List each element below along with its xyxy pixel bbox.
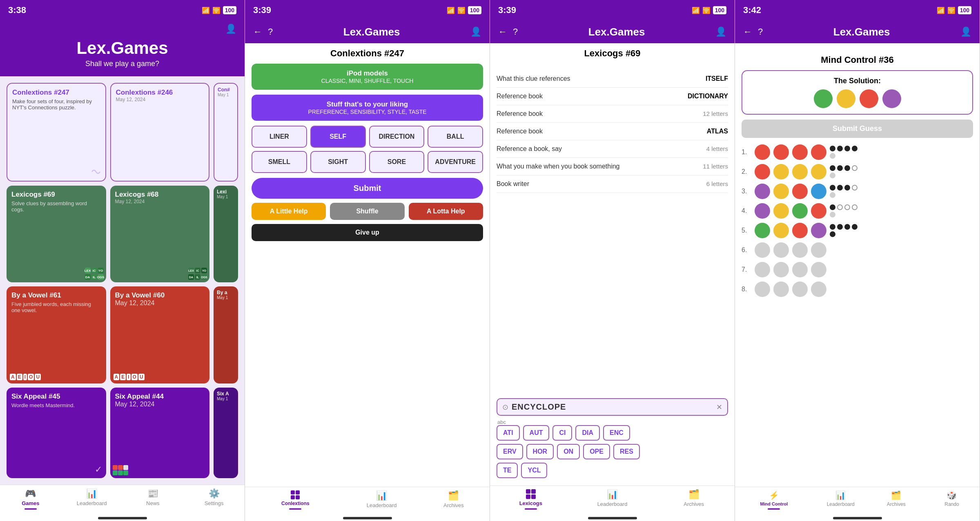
card-lexicogs-69[interactable]: Lexicogs #69 Solve clues by assembling w… [7, 186, 106, 283]
guess-circle-5-3[interactable] [792, 223, 808, 238]
lotta-help-button[interactable]: A Lotta Help [409, 203, 483, 220]
card-lexicogs-side[interactable]: Lexi May 1 [214, 186, 238, 283]
help-icon-3[interactable]: ? [513, 27, 518, 37]
guess-circle-6-4[interactable] [811, 242, 826, 258]
chip-hor[interactable]: HOR [526, 444, 554, 459]
guess-circle-7-1[interactable] [755, 262, 770, 277]
little-help-button[interactable]: A Little Help [252, 203, 326, 220]
delete-icon[interactable]: ✕ [716, 403, 722, 412]
help-icon[interactable]: ? [268, 27, 273, 37]
chip-res[interactable]: RES [613, 444, 640, 459]
chip-erv[interactable]: ERV [497, 444, 523, 459]
chip-te[interactable]: TE [497, 463, 518, 478]
guess-circle-5-4[interactable] [811, 223, 826, 238]
guess-circle-8-2[interactable] [773, 282, 789, 297]
guess-circle-1-1[interactable] [755, 144, 770, 160]
guess-circle-2-2[interactable] [773, 164, 789, 180]
back-icon[interactable]: ← [253, 27, 262, 37]
chip-enc[interactable]: ENC [603, 425, 630, 441]
tab-mind-control[interactable]: ⚡ Mind Control [735, 490, 813, 510]
guess-circle-1-2[interactable] [773, 144, 789, 160]
tab-lexicogs[interactable]: Lexicogs [490, 489, 572, 510]
guess-circle-8-1[interactable] [755, 282, 770, 297]
guess-circle-6-2[interactable] [773, 242, 789, 258]
guess-row-1: 1. [742, 144, 973, 160]
card-vowel-side[interactable]: By a May 1 [214, 286, 238, 384]
guess-circle-1-3[interactable] [792, 144, 808, 160]
back-icon-3[interactable]: ← [498, 27, 507, 37]
profile-icon-2[interactable]: 👤 [470, 27, 481, 37]
tile-smell[interactable]: SMELL [252, 151, 307, 173]
tile-sight[interactable]: SIGHT [310, 151, 366, 173]
guess-circle-4-1[interactable] [755, 203, 770, 219]
give-up-button[interactable]: Give up [252, 224, 483, 241]
tab-games[interactable]: 🎮 Games [0, 488, 61, 510]
guess-circle-2-3[interactable] [792, 164, 808, 180]
chip-aut[interactable]: AUT [523, 425, 550, 441]
purple-category-card[interactable]: Stuff that's to your liking PREFERENCE, … [252, 95, 483, 121]
tile-liner[interactable]: LINER [252, 126, 307, 148]
tile-self[interactable]: SELF [310, 126, 366, 148]
tab-archives-3[interactable]: 🗂️ Archives [653, 489, 735, 510]
tile-direction[interactable]: DIRECTION [369, 126, 425, 148]
guess-circle-6-1[interactable] [755, 242, 770, 258]
chip-ati[interactable]: ATI [497, 425, 520, 441]
current-input[interactable]: ENCYCLOPE [512, 402, 713, 412]
tab-leaderboard-4[interactable]: 📊 Leaderboard [813, 490, 869, 510]
tab-leaderboard-3[interactable]: 📊 Leaderboard [572, 489, 653, 510]
guess-circle-4-3[interactable] [792, 203, 808, 219]
tile-adventure[interactable]: ADVENTURE [428, 151, 483, 173]
chip-ycl[interactable]: YCL [521, 463, 547, 478]
shuffle-button[interactable]: Shuffle [330, 203, 404, 220]
guess-circle-2-1[interactable] [755, 164, 770, 180]
tab-leaderboard[interactable]: 📊 Leaderboard [61, 488, 122, 510]
card-sixappeal-44[interactable]: Six Appeal #44 May 12, 2024 [110, 388, 210, 479]
guess-circle-2-4[interactable] [811, 164, 826, 180]
guess-circle-5-2[interactable] [773, 223, 789, 238]
green-category-card[interactable]: iPod models CLASSIC, MINI, SHUFFLE, TOUC… [252, 64, 483, 90]
guess-circle-4-4[interactable] [811, 203, 826, 219]
guess-circle-5-1[interactable] [755, 223, 770, 238]
tab-archives-4[interactable]: 🗂️ Archives [869, 490, 924, 510]
guess-circle-3-1[interactable] [755, 184, 770, 199]
chip-dia[interactable]: DIA [575, 425, 600, 441]
chip-on[interactable]: ON [557, 444, 580, 459]
guess-circle-8-3[interactable] [792, 282, 808, 297]
card-vowel-61[interactable]: By a Vowel #61 Five jumbled words, each … [7, 286, 106, 384]
tile-ball[interactable]: BALL [428, 126, 483, 148]
help-icon-4[interactable]: ? [758, 27, 763, 37]
clear-icon[interactable]: ⊙ [502, 403, 508, 412]
tab-leaderboard-2[interactable]: 📊 Leaderboard [346, 490, 418, 510]
card-sixappeal-45[interactable]: Six Appeal #45 Wordle meets Mastermind. … [7, 388, 106, 479]
guess-circle-1-4[interactable] [811, 144, 826, 160]
card-sixappeal-side[interactable]: Six A May 1 [214, 388, 238, 479]
guess-circle-4-2[interactable] [773, 203, 789, 219]
guess-circle-3-3[interactable] [792, 184, 808, 199]
guess-circle-7-4[interactable] [811, 262, 826, 277]
chip-ope[interactable]: OPE [583, 444, 610, 459]
card-conlextions-247[interactable]: Conlextions #247 Make four sets of four,… [7, 83, 106, 182]
card-conlextions-245[interactable]: Con# May 1 [214, 83, 238, 182]
tab-conlextions[interactable]: Conlextions [245, 490, 346, 510]
tile-sore[interactable]: SORE [369, 151, 425, 173]
card-vowel-60[interactable]: By a Vowel #60 May 12, 2024 AEIOU [110, 286, 210, 384]
guess-circle-6-3[interactable] [792, 242, 808, 258]
card-lexicogs-68[interactable]: Lexicogs #68 May 12, 2024 LEX IC YO DA I… [110, 186, 210, 283]
guess-circle-3-4[interactable] [811, 184, 826, 199]
tab-rando[interactable]: 🎲 Rando [924, 490, 980, 510]
back-icon-4[interactable]: ← [743, 27, 752, 37]
guess-circle-7-2[interactable] [773, 262, 789, 277]
guess-circle-8-4[interactable] [811, 282, 826, 297]
submit-button[interactable]: Submit [252, 178, 483, 199]
guess-circle-7-3[interactable] [792, 262, 808, 277]
tab-archives-2[interactable]: 🗂️ Archives [418, 490, 490, 510]
card-conlextions-246[interactable]: Conlextions #246 May 12, 2024 [110, 83, 210, 182]
chip-ci[interactable]: CI [552, 425, 572, 441]
profile-icon[interactable]: 👤 [225, 24, 236, 34]
tab-news[interactable]: 📰 News [122, 488, 184, 510]
guess-circle-3-2[interactable] [773, 184, 789, 199]
submit-guess-button[interactable]: Submit Guess [742, 120, 973, 138]
profile-icon-4[interactable]: 👤 [960, 27, 971, 37]
profile-icon-3[interactable]: 👤 [715, 27, 726, 37]
tab-settings[interactable]: ⚙️ Settings [183, 488, 245, 510]
